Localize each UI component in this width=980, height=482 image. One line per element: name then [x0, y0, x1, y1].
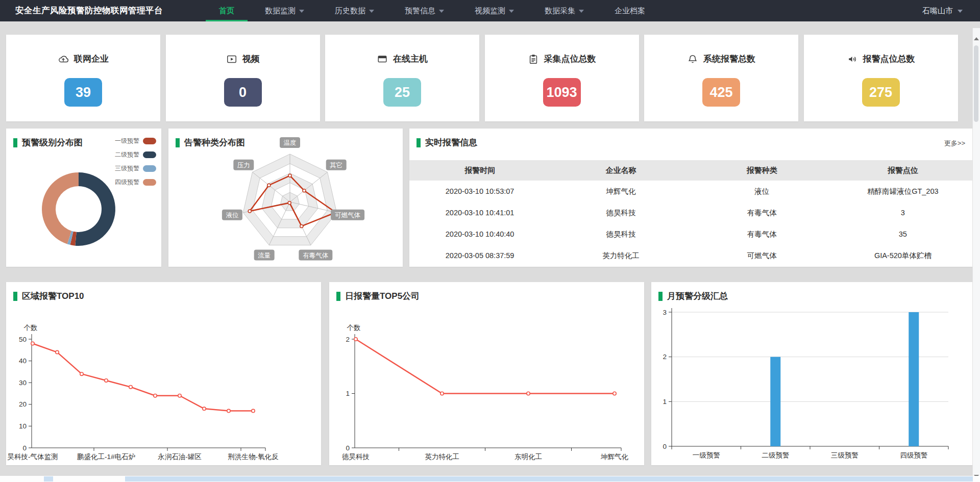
legend-item-1: 二级预警 [115, 150, 156, 159]
nav-item-label: 首页 [219, 6, 234, 16]
vertical-scroll-thumb[interactable] [974, 45, 978, 122]
table-row-0[interactable]: 2020-03-10 10:53:07坤辉气化液位精醇南罐液位GT_203 [409, 181, 973, 202]
svg-text:流量: 流量 [258, 252, 271, 259]
svg-text:东明化工: 东明化工 [514, 453, 542, 461]
radar-axis-label: 温度 [280, 137, 300, 148]
speaker-icon [847, 54, 858, 65]
svg-text:个数: 个数 [24, 324, 38, 332]
table-cell: 有毒气体 [692, 223, 832, 245]
stat-card-label: 联网企业 [74, 53, 109, 65]
svg-text:0: 0 [22, 444, 27, 452]
svg-text:40: 40 [19, 357, 27, 365]
svg-text:温度: 温度 [284, 139, 297, 146]
svg-text:50: 50 [19, 336, 27, 343]
stat-card-label: 视频 [242, 53, 260, 65]
svg-text:一级预警: 一级预警 [693, 451, 720, 459]
horizontal-scrollbar[interactable] [0, 476, 980, 482]
table-cell: 精醇南罐液位GT_203 [832, 181, 973, 202]
table-cell: 35 [832, 223, 973, 245]
main-nav: 首页数据监测历史数据预警信息视频监测数据采集企业档案 [204, 0, 660, 21]
region-selector[interactable]: 石嘴山市 [922, 0, 963, 21]
radar-axis-label: 其它 [326, 160, 347, 170]
column-header: 报警时间 [409, 160, 550, 181]
stat-card-value: 0 [224, 78, 262, 107]
clipboard-icon [528, 54, 539, 65]
table-cell: 英力特化工 [550, 245, 691, 266]
svg-text:有毒气体: 有毒气体 [303, 252, 329, 259]
nav-item-label: 视频监测 [475, 6, 505, 16]
stat-card-value: 1093 [543, 78, 581, 107]
stat-card-5: 报警点位总数275 [804, 35, 958, 121]
svg-text:其它: 其它 [330, 162, 342, 169]
stat-card-label: 在线主机 [393, 53, 428, 65]
scroll-up-icon[interactable] [974, 37, 979, 40]
dashboard-page: 安全生产风险预警防控物联网管理平台 首页数据监测历史数据预警信息视频监测数据采集… [0, 0, 980, 482]
svg-text:鹏盛化工-1#电石炉: 鹏盛化工-1#电石炉 [77, 453, 135, 461]
legend-label: 二级预警 [115, 150, 139, 159]
title-block-icon [13, 138, 17, 147]
table-cell: 2020-03-05 08:37:59 [409, 245, 550, 266]
legend-swatch [143, 179, 156, 186]
title-block-icon [658, 292, 663, 301]
region-label: 石嘴山市 [922, 6, 953, 16]
video-icon [226, 54, 237, 65]
svg-text:3: 3 [663, 309, 667, 316]
nav-item-1[interactable]: 数据监测 [250, 0, 320, 21]
table-cell: 2020-03-10 10:41:01 [409, 202, 550, 223]
monthly-warning-panel: 月预警分级汇总 0123一级预警二级预警三级预警四级预警 [651, 282, 973, 465]
legend-label: 三级预警 [115, 164, 139, 173]
table-row-2[interactable]: 2020-03-10 10:40:40德昊科技有毒气体35 [409, 223, 973, 245]
alarm-level-panel: 预警级别分布图 一级预警二级预警三级预警四级预警 [6, 129, 161, 267]
chevron-down-icon [958, 10, 963, 13]
svg-text:二级预警: 二级预警 [762, 451, 789, 459]
vertical-scrollbar[interactable] [972, 28, 980, 482]
stat-card-3: 采集点位总数1093 [485, 35, 639, 121]
table-row-3[interactable]: 2020-03-05 08:37:59英力特化工可燃气体GIA-520单体贮槽 [409, 245, 973, 266]
realtime-alarm-panel: 实时报警信息 更多>> 报警时间企业名称报警种类报警点位2020-03-10 1… [409, 129, 973, 267]
radar-axis-label: 流量 [254, 250, 275, 261]
title-block-icon [13, 292, 17, 301]
svg-text:20: 20 [19, 400, 27, 408]
radar-axis-label: 液位 [222, 210, 242, 220]
table-header-row: 报警时间企业名称报警种类报警点位 [409, 160, 973, 181]
alarm-type-radar-chart: 温度其它可燃气体有毒气体流量液位压力 [168, 129, 403, 267]
daily-alarm-top5-chart: 012个数德昊科技英力特化工东明化工坤辉气化 [329, 282, 644, 465]
realtime-alarm-table: 报警时间企业名称报警种类报警点位2020-03-10 10:53:07坤辉气化液… [409, 160, 973, 266]
more-link[interactable]: 更多>> [944, 139, 965, 148]
stat-card-value: 425 [702, 78, 740, 107]
nav-item-6[interactable]: 企业档案 [599, 0, 660, 21]
nav-item-4[interactable]: 视频监测 [459, 0, 529, 21]
nav-item-5[interactable]: 数据采集 [529, 0, 599, 21]
table-cell: 有毒气体 [692, 202, 832, 223]
title-block-icon [176, 138, 180, 147]
nav-item-0[interactable]: 首页 [204, 0, 250, 21]
daily-alarm-top5-panel: 日报警量TOP5公司 012个数德昊科技英力特化工东明化工坤辉气化 [329, 282, 644, 465]
region-alarm-top10-chart: 01020304050个数昊科技-气体监测鹏盛化工-1#电石炉永润石油-罐区荆洪… [6, 282, 321, 465]
column-header: 报警种类 [692, 160, 832, 181]
legend-item-0: 一级预警 [115, 137, 156, 145]
nav-item-2[interactable]: 历史数据 [320, 0, 389, 21]
title-block-icon [416, 138, 421, 147]
svg-text:1: 1 [663, 398, 667, 405]
svg-text:2: 2 [663, 353, 667, 361]
top-navbar: 安全生产风险预警防控物联网管理平台 首页数据监测历史数据预警信息视频监测数据采集… [0, 0, 980, 21]
svg-text:0: 0 [346, 444, 350, 452]
donut-legend: 一级预警二级预警三级预警四级预警 [115, 137, 156, 192]
table-cell: 德昊科技 [550, 223, 691, 245]
stat-card-4: 系统报警总数425 [644, 35, 798, 121]
monthly-warning-bar-chart: 0123一级预警二级预警三级预警四级预警 [651, 282, 973, 465]
nav-item-3[interactable]: 预警信息 [389, 0, 459, 21]
svg-text:液位: 液位 [226, 212, 239, 219]
table-cell: 德昊科技 [550, 202, 691, 223]
stat-card-1: 视频0 [166, 35, 320, 121]
legend-swatch [143, 151, 156, 158]
table-cell: 2020-03-10 10:53:07 [409, 181, 550, 202]
nav-item-label: 企业档案 [615, 6, 645, 16]
table-cell: 3 [832, 202, 973, 223]
horizontal-scroll-thumb[interactable] [125, 476, 973, 481]
svg-text:个数: 个数 [347, 324, 361, 332]
table-row-1[interactable]: 2020-03-10 10:41:01德昊科技有毒气体3 [409, 202, 973, 223]
alarm-type-panel: 告警种类分布图 温度其它可燃气体有毒气体流量液位压力 [168, 129, 403, 267]
column-header: 企业名称 [550, 160, 691, 181]
radar-axis-label: 压力 [233, 160, 254, 170]
